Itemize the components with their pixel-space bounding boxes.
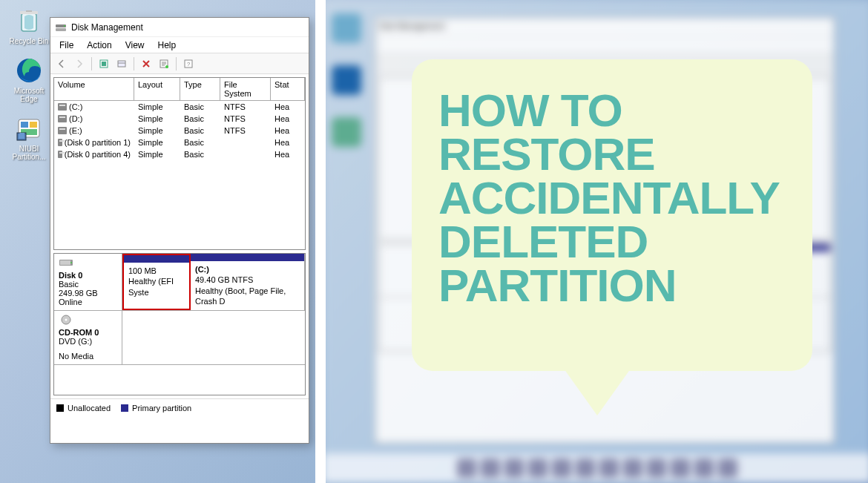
back-button[interactable] bbox=[53, 56, 70, 72]
disk0-name: Disk 0 bbox=[59, 271, 117, 280]
recycle-bin-label: Recycle Bin bbox=[10, 37, 49, 45]
callout-tail bbox=[560, 364, 634, 415]
svg-rect-12 bbox=[102, 62, 106, 66]
cdrom-icon bbox=[59, 315, 73, 325]
disk0-info[interactable]: Disk 0 Basic 249.98 GB Online bbox=[54, 254, 122, 310]
col-volume[interactable]: Volume bbox=[54, 78, 134, 100]
menubar: File Action View Help bbox=[50, 37, 309, 53]
browser-icon bbox=[14, 56, 44, 85]
niubi-label: NIUBI Partition... bbox=[9, 145, 49, 161]
disk-graphical-view: Disk 0 Basic 249.98 GB Online 100 MB Hea… bbox=[53, 253, 306, 395]
col-filesystem[interactable]: File System bbox=[220, 78, 271, 100]
volume-row[interactable]: (D:)SimpleBasicNTFSHea bbox=[54, 113, 305, 125]
cdrom-drive: DVD (G:) bbox=[59, 337, 117, 346]
properties-button[interactable] bbox=[156, 56, 172, 72]
delete-button[interactable] bbox=[138, 56, 154, 72]
partition-efi[interactable]: 100 MB Healthy (EFI Syste bbox=[122, 254, 191, 310]
help-button[interactable]: ? bbox=[180, 56, 197, 72]
edge-icon[interactable]: Microsoft Edge bbox=[9, 56, 49, 103]
volume-list-header: Volume Layout Type File System Stat bbox=[54, 78, 305, 101]
view-button[interactable] bbox=[114, 56, 130, 72]
volume-row[interactable]: (Disk 0 partition 1)SimpleBasicHea bbox=[54, 137, 305, 148]
svg-point-10 bbox=[64, 25, 65, 27]
svg-point-23 bbox=[65, 319, 68, 321]
titlebar[interactable]: Disk Management bbox=[50, 18, 309, 37]
trash-icon bbox=[14, 6, 44, 36]
legend: Unallocated Primary partition bbox=[50, 398, 309, 416]
image-divider bbox=[315, 0, 326, 483]
c-size: 49.40 GB NTFS bbox=[195, 275, 300, 285]
c-name: (C:) bbox=[195, 264, 300, 275]
menu-file[interactable]: File bbox=[53, 39, 79, 52]
svg-rect-4 bbox=[21, 122, 28, 128]
drive-icon bbox=[58, 103, 67, 111]
volume-row[interactable]: (Disk 0 partition 4)SimpleBasicHea bbox=[54, 148, 305, 160]
app-icon bbox=[55, 22, 67, 33]
svg-text:?: ? bbox=[187, 61, 191, 68]
disk0-type: Basic bbox=[59, 280, 117, 289]
hdd-icon bbox=[59, 257, 73, 268]
edge-label: Microsoft Edge bbox=[9, 87, 49, 103]
drive-icon bbox=[58, 127, 67, 134]
cdrom-row: CD-ROM 0 DVD (G:) No Media bbox=[54, 311, 305, 365]
window-title: Disk Management bbox=[71, 22, 143, 33]
drive-icon bbox=[58, 139, 62, 146]
cdrom-name: CD-ROM 0 bbox=[59, 328, 117, 337]
disk0-status: Online bbox=[59, 298, 117, 306]
efi-size: 100 MB bbox=[128, 266, 185, 276]
col-type[interactable]: Type bbox=[180, 78, 220, 100]
disk0-size: 249.98 GB bbox=[59, 289, 117, 298]
title-callout: How to Restore Accidentally Deleted Part… bbox=[412, 59, 812, 371]
svg-point-16 bbox=[165, 65, 168, 68]
svg-point-21 bbox=[70, 262, 72, 263]
partition-c[interactable]: (C:) 49.40 GB NTFS Healthy (Boot, Page F… bbox=[191, 254, 305, 310]
svg-rect-13 bbox=[118, 61, 125, 67]
menu-view[interactable]: View bbox=[119, 39, 151, 52]
callout-text: How to Restore Accidentally Deleted Part… bbox=[438, 89, 786, 307]
svg-rect-5 bbox=[30, 122, 37, 128]
efi-status: Healthy (EFI Syste bbox=[128, 276, 185, 298]
drive-icon bbox=[58, 151, 62, 158]
disk0-row: Disk 0 Basic 249.98 GB Online 100 MB Hea… bbox=[54, 254, 305, 311]
desktop-icons-area: Recycle Bin Microsoft Edge NIUBI Partiti… bbox=[9, 6, 49, 161]
cdrom-info[interactable]: CD-ROM 0 DVD (G:) No Media bbox=[54, 311, 122, 364]
legend-primary: Primary partition bbox=[121, 404, 191, 413]
svg-rect-20 bbox=[60, 260, 70, 265]
legend-unallocated: Unallocated bbox=[56, 404, 111, 413]
recycle-bin-icon[interactable]: Recycle Bin bbox=[9, 6, 49, 45]
menu-help[interactable]: Help bbox=[152, 39, 183, 52]
svg-rect-9 bbox=[56, 28, 66, 31]
col-layout[interactable]: Layout bbox=[134, 78, 180, 100]
volume-row[interactable]: (E:)SimpleBasicNTFSHea bbox=[54, 125, 305, 137]
partition-app-icon bbox=[14, 114, 44, 143]
c-status: Healthy (Boot, Page File, Crash D bbox=[195, 286, 300, 307]
drive-icon bbox=[58, 115, 67, 122]
col-status[interactable]: Stat bbox=[271, 78, 305, 100]
volume-list-body: (C:)SimpleBasicNTFSHea(D:)SimpleBasicNTF… bbox=[54, 101, 305, 249]
refresh-button[interactable] bbox=[96, 56, 112, 72]
disk-management-window: Disk Management File Action View Help ? … bbox=[50, 17, 309, 444]
cdrom-media: No Media bbox=[59, 352, 117, 361]
volume-list: Volume Layout Type File System Stat (C:)… bbox=[53, 77, 306, 250]
forward-button[interactable] bbox=[71, 56, 88, 72]
menu-action[interactable]: Action bbox=[81, 39, 117, 52]
volume-row[interactable]: (C:)SimpleBasicNTFSHea bbox=[54, 101, 305, 113]
toolbar: ? bbox=[50, 53, 309, 74]
niubi-icon[interactable]: NIUBI Partition... bbox=[9, 114, 49, 161]
